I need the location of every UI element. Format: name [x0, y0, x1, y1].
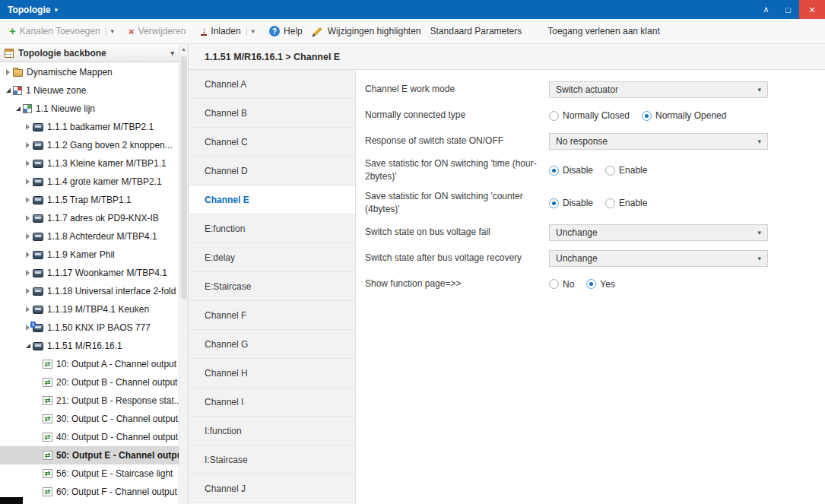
tab-channel-a[interactable]: Channel A	[189, 70, 355, 99]
tree-item[interactable]: 1.1.4 grote kamer M/TBP2.1	[0, 173, 179, 191]
expand-arrow-icon[interactable]	[23, 197, 33, 203]
default-parameters-button[interactable]: Standaard Parameters	[426, 19, 527, 43]
scrollbar-thumb[interactable]	[181, 56, 187, 300]
tree-item[interactable]: ⇄60: Output F - Channel output	[0, 483, 179, 501]
delete-button[interactable]: × Verwijderen	[124, 19, 190, 43]
tab-channel-h[interactable]: Channel H	[189, 359, 355, 388]
maximize-button[interactable]: □	[777, 0, 799, 19]
tab-channel-f[interactable]: Channel F	[189, 301, 355, 330]
expand-arrow-icon[interactable]	[23, 252, 33, 258]
tab-i-staircase[interactable]: I:Staircase	[189, 445, 355, 474]
tab-channel-i[interactable]: Channel I	[189, 388, 355, 417]
chevron-down-icon[interactable]: ▾	[248, 27, 259, 35]
radio-option[interactable]: No	[549, 279, 574, 290]
device-badge: 1	[30, 322, 36, 328]
radio-icon[interactable]	[605, 198, 615, 208]
expand-arrow-icon[interactable]	[23, 270, 33, 276]
tree-item[interactable]: 1 Nieuwe zone	[0, 81, 179, 100]
tree-item[interactable]: 1.1.51 M/R16.16.1	[0, 337, 179, 355]
radio-icon[interactable]	[549, 111, 559, 121]
tree-item[interactable]: 1.1.19 M/TBP4.1 Keuken	[0, 300, 179, 319]
tab-channel-b[interactable]: Channel B	[189, 99, 355, 128]
tree-item[interactable]: 11.1.50 KNX IP BAOS 777	[0, 319, 179, 337]
expand-arrow-icon[interactable]	[23, 233, 33, 239]
tree-item[interactable]: ⇄50: Output E - Channel output	[0, 446, 179, 464]
dropdown[interactable]: Switch actuator▾	[549, 81, 768, 98]
tree-item[interactable]: ⇄56: Output E - Staircase light	[0, 464, 179, 483]
sidebar-header[interactable]: Topologie backbone ▾	[0, 44, 179, 62]
close-button[interactable]: ×	[799, 0, 825, 19]
collapse-panel-button[interactable]: ∧	[755, 0, 777, 19]
tree-item[interactable]: ⇄21: Output B - Response stat...	[0, 391, 179, 410]
tree-item[interactable]: ⇄10: Output A - Channel output	[0, 355, 179, 373]
tree-item[interactable]: 1.1 Nieuwe lijn	[0, 100, 179, 118]
tree-item[interactable]: 1.1.3 Kleine kamer M/TBP1.1	[0, 154, 179, 173]
expand-arrow-icon[interactable]	[23, 142, 33, 148]
expand-arrow-icon[interactable]	[23, 124, 33, 130]
sidebar-scrollbar[interactable]: ▲	[179, 44, 188, 504]
parameter-control: Unchange▾	[549, 250, 768, 267]
expand-arrow-icon[interactable]	[3, 69, 13, 75]
radio-option[interactable]: Normally Opened	[642, 110, 726, 121]
tab-e-delay[interactable]: E:delay	[189, 243, 355, 272]
tree-item[interactable]: 1.1.5 Trap M/TBP1.1	[0, 191, 179, 209]
parameter-label: Switch state after bus voltage recovery	[365, 252, 549, 265]
tab-channel-d[interactable]: Channel D	[189, 157, 355, 185]
highlight-changes-button[interactable]: Wijzigingen highlighten	[307, 19, 426, 43]
tree-item[interactable]: 1.1.17 Woonkamer M/TBP4.1	[0, 264, 179, 282]
radio-option[interactable]: Enable	[605, 198, 647, 208]
chevron-down-icon[interactable]: ▾	[107, 27, 119, 35]
dropdown[interactable]: No response▾	[549, 133, 768, 150]
radio-icon[interactable]	[549, 279, 559, 289]
tree-item[interactable]: Dynamische Mappen	[0, 63, 179, 81]
device-icon	[33, 123, 43, 132]
radio-option[interactable]: Enable	[605, 165, 647, 176]
collapse-arrow-icon[interactable]	[23, 344, 33, 348]
tree-item[interactable]: 1.1.8 Achterdeur M/TBP4.1	[0, 227, 179, 246]
dropdown[interactable]: Unchange▾	[549, 224, 768, 241]
expand-arrow-icon[interactable]	[23, 179, 33, 185]
dropdown[interactable]: Unchange▾	[549, 250, 768, 267]
tree-item[interactable]: ⇄40: Output D - Channel output	[0, 428, 179, 446]
download-button[interactable]: ↓ Inladen	[196, 19, 245, 43]
grant-customer-access-button[interactable]: Toegang verlenen aan klant	[543, 19, 664, 43]
tab-channel-j[interactable]: Channel J	[189, 474, 355, 503]
radio-option[interactable]: Normally Closed	[549, 110, 630, 121]
add-channels-button[interactable]: + Kanalen Toevoegen	[5, 19, 105, 43]
tree-item-label: 40: Output D - Channel output	[56, 432, 179, 442]
tab-channel-c[interactable]: Channel C	[189, 128, 355, 157]
chevron-down-icon[interactable]: ▾	[170, 49, 179, 57]
radio-option[interactable]: Yes	[586, 279, 615, 290]
tab-e-function[interactable]: E:function	[189, 214, 355, 243]
scroll-up-icon[interactable]: ▲	[179, 44, 188, 54]
tab-i-function[interactable]: I:function	[189, 417, 355, 445]
tab-e-staircase[interactable]: E:Staircase	[189, 272, 355, 301]
tree-item-label: 21: Output B - Response stat...	[56, 395, 179, 406]
tree-item[interactable]: 1.1.7 adres ok PD9-KNX-IB	[0, 209, 179, 227]
radio-option[interactable]: Disable	[549, 165, 593, 176]
tree-item[interactable]: 1.1.9 Kamer Phil	[0, 246, 179, 264]
expand-arrow-icon[interactable]	[23, 215, 33, 221]
parameter-row: Switch state on bus voltage failUnchange…	[365, 223, 814, 242]
collapse-arrow-icon[interactable]	[13, 106, 23, 111]
tree-item[interactable]: ⇄30: Output C - Channel output	[0, 410, 179, 428]
radio-icon[interactable]	[586, 279, 596, 289]
tab-channel-e[interactable]: Channel E	[189, 185, 355, 214]
device-icon	[33, 141, 43, 150]
expand-arrow-icon[interactable]	[23, 160, 33, 166]
tree-item[interactable]: 1.1.1 badkamer M/TBP2.1	[0, 118, 179, 136]
expand-arrow-icon[interactable]	[23, 306, 33, 312]
radio-icon[interactable]	[605, 166, 615, 176]
tree-item[interactable]: ⇄20: Output B - Channel output	[0, 373, 179, 391]
tree-item[interactable]: 1.1.18 Universal interface 2-fold	[0, 282, 179, 300]
tab-channel-g[interactable]: Channel G	[189, 330, 355, 359]
radio-option[interactable]: Disable	[549, 198, 593, 208]
expand-arrow-icon[interactable]	[23, 288, 33, 294]
tree-item[interactable]: 1.1.2 Gang boven 2 knoppen...	[0, 136, 179, 154]
radio-icon[interactable]	[549, 198, 559, 208]
collapse-arrow-icon[interactable]	[3, 88, 13, 93]
radio-icon[interactable]	[642, 111, 652, 121]
help-button[interactable]: ? Help	[265, 19, 307, 43]
title-dropdown-caret-icon[interactable]: ▾	[54, 6, 58, 14]
radio-icon[interactable]	[549, 166, 559, 176]
